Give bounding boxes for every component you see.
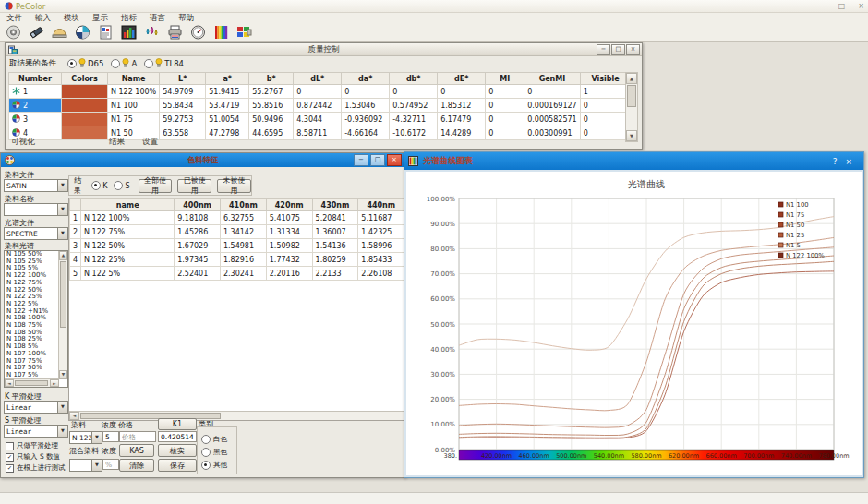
chart-help-button[interactable]: ? [833,157,838,166]
colorant-titlebar[interactable]: 色料特征 − □ × [1,153,404,167]
category-option-黑色[interactable]: 黑色 [201,448,227,457]
chevron-down-icon[interactable]: ▼ [57,180,67,191]
qc-titlebar[interactable]: 质量控制 − □ × [6,43,642,56]
radio-icon[interactable] [201,461,211,470]
main-titlebar[interactable]: PeColor — □ × [0,0,868,13]
table-row[interactable]: 1N 122 100%54.970951.941555.27670000001 [9,85,632,99]
colorant-minimize-button[interactable]: − [354,154,368,166]
colorant-close-button[interactable]: × [387,154,402,166]
disc-icon[interactable] [5,25,21,40]
filter-button-未被使用[interactable]: 未被使用 [217,179,251,193]
table-row[interactable]: 5N 122 5%2.524012.302412.201162.21332.26… [70,267,451,281]
radio-icon[interactable] [67,59,77,68]
maximize-button[interactable]: □ [838,1,846,11]
bar-chart-icon[interactable] [120,25,137,40]
qc-close-button[interactable]: × [626,44,640,55]
illuminant-option-TL84[interactable]: TL84 [144,58,184,69]
menu-item-模块[interactable]: 模块 [57,13,86,24]
checkbox-icon[interactable] [6,442,14,450]
dye-spectra-hscrollbar[interactable]: ◄► [5,378,59,387]
table-row[interactable]: 3N 122 50%1.670291.549811.509821.541361.… [70,239,451,253]
radio-icon[interactable] [201,435,211,444]
category-option-白色[interactable]: 白色 [201,435,227,444]
category-option-其他[interactable]: 其他 [201,461,227,470]
illuminant-option-D65[interactable]: D65 [67,58,103,69]
dye-name-dropdown[interactable]: ▼ [4,203,68,216]
minimize-button[interactable]: — [818,1,826,11]
table-row[interactable]: 4N 122 25%1.973451.829161.774321.802591.… [70,253,451,267]
spectra-file-dropdown[interactable]: SPECTRE▼ [4,227,68,240]
table-row[interactable]: 2N 122 75%1.452861.341421.313341.360071.… [70,225,451,239]
menu-item-输入[interactable]: 输入 [29,13,57,24]
k1-button[interactable]: K1 [158,418,197,430]
chevron-down-icon[interactable]: ▼ [57,402,67,413]
color-wheel-icon[interactable] [74,25,90,40]
ink-drops-icon[interactable] [143,25,160,40]
colorant-table-hscrollbar[interactable]: ◄► [69,411,451,420]
illuminant-option-A[interactable]: A [111,58,137,69]
chevron-down-icon[interactable]: ▼ [57,204,67,215]
menu-item-文件[interactable]: 文件 [0,13,29,24]
checkbox-只做平滑处理[interactable]: 只做平滑处理 [6,441,58,450]
chevron-down-icon[interactable]: ▼ [57,228,67,239]
filter-button-已被使用[interactable]: 已被使用 [177,179,211,193]
qc-table-scrollbar[interactable]: ▲▼ [625,72,638,142]
result-option-K[interactable]: K [91,181,107,190]
table-row[interactable]: 3N1 7559.275351.005450.94964.3044-0.9360… [9,113,632,126]
filter-button-全部使用[interactable]: 全部使用 [139,179,173,193]
table-row[interactable]: 2N1 10055.843453.471955.85160.8724421.53… [9,99,632,113]
checkbox-在根上进行测试[interactable]: ✓在根上进行测试 [6,463,66,473]
checkbox-icon[interactable]: ✓ [6,453,14,462]
qc-minimize-button[interactable]: − [597,44,610,55]
row-number-cell[interactable]: 2 [9,99,62,113]
spectrum-icon[interactable] [212,25,229,40]
table-row[interactable]: 1N 122 100%9.181086.327555.410755.208415… [70,211,451,225]
printer-icon[interactable] [166,25,183,40]
s-smooth-dropdown[interactable]: Linear▼ [4,425,68,438]
kas-button[interactable]: KAS [119,444,154,457]
mix-dye-select[interactable]: ▼ [69,459,102,472]
eraser-icon[interactable] [28,25,44,40]
gauge-icon[interactable] [189,25,206,40]
row-number-cell[interactable]: 1 [9,85,62,99]
menu-item-显示[interactable]: 显示 [86,13,115,24]
close-button[interactable]: × [858,1,864,11]
row-number-cell[interactable]: 3 [9,113,62,126]
result-option-S[interactable]: S [114,181,129,190]
menu-item-指标[interactable]: 指标 [115,13,143,24]
qc-footer-可视化[interactable]: 可视化 [11,137,35,148]
concentration-input[interactable] [102,431,119,442]
radio-icon[interactable] [201,448,211,457]
qc-footer-结果[interactable]: 结果 [109,137,125,148]
checkbox-只输入 S 数值[interactable]: ✓只输入 S 数值 [6,452,60,462]
lens-icon[interactable] [51,25,67,40]
radio-icon[interactable] [111,59,120,68]
colorant-maximize-button[interactable]: □ [370,154,385,166]
dye-file-dropdown[interactable]: SATIN▼ [4,179,68,192]
chevron-down-icon[interactable]: ▼ [91,460,102,471]
radio-icon[interactable] [114,181,123,190]
clear-button[interactable]: 清除 [119,459,154,472]
price-input[interactable] [119,431,156,442]
menu-item-语言[interactable]: 语言 [143,13,172,24]
chart-close-button[interactable]: × [845,157,852,166]
k1-value-input[interactable] [158,431,197,442]
radio-icon[interactable] [144,59,153,68]
menu-item-帮助[interactable]: 帮助 [172,13,200,24]
color-grid-icon[interactable] [235,25,252,40]
k-smooth-dropdown[interactable]: Linear▼ [4,401,68,414]
save-button[interactable]: 保存 [158,459,197,472]
checkbox-icon[interactable]: ✓ [6,464,14,473]
chart-titlebar[interactable]: 光谱曲线图表 ? × [404,152,863,170]
verify-button[interactable]: 核实 [158,444,197,457]
dye-spectra-scrollbar[interactable]: ▲▼ [58,251,67,379]
qc-maximize-button[interactable]: □ [611,44,625,55]
report-icon[interactable] [97,25,114,40]
radio-icon[interactable] [91,181,101,190]
qc-footer-设置[interactable]: 设置 [142,137,158,148]
dye-select[interactable]: N 122 5%▼ [69,431,102,444]
table-row[interactable]: 4N1 5063.55847.279844.65958.58711-4.6616… [9,126,632,140]
mix-conc-input[interactable] [102,459,119,470]
chevron-down-icon[interactable]: ▼ [91,432,102,443]
chevron-down-icon[interactable]: ▼ [57,426,67,437]
